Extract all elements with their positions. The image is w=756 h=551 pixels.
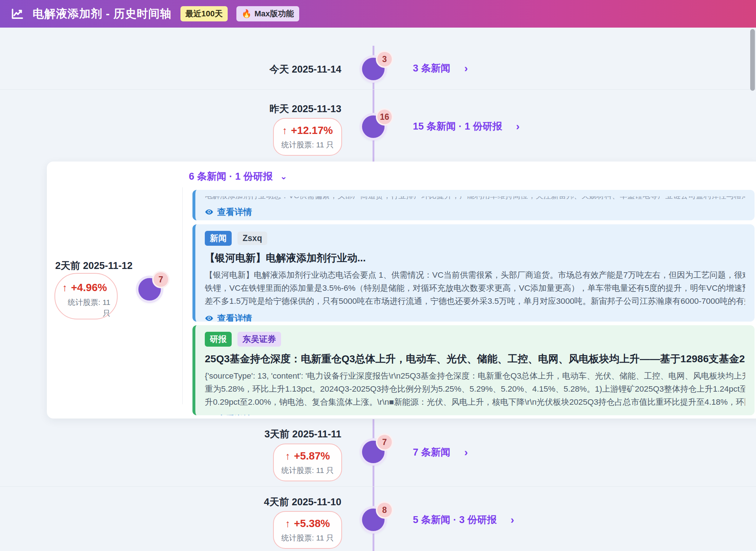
- entry-date-yesterday: 昨天 2025-11-13: [269, 102, 341, 115]
- summary-text: 3 条新闻: [413, 62, 451, 75]
- report-card[interactable]: 研报 东吴证券 25Q3基金持仓深度：电新重仓Q3总体上升，电动车、光伏、储能、…: [192, 325, 755, 415]
- max-feature-badge: 🔥 Max版功能: [236, 6, 299, 21]
- view-detail-label: 查看详情: [217, 413, 252, 415]
- entry-date-3days: 3天前 2025-11-11: [264, 428, 341, 441]
- change-value: ↑ +4.96%: [59, 282, 110, 294]
- timeline-line-lower: [373, 419, 374, 551]
- report-type-badge: 研报: [205, 332, 232, 347]
- summary-text: 7 条新闻: [413, 446, 451, 459]
- chevron-right-icon: ›: [464, 62, 468, 74]
- timeline-page: 电解液添加剂 - 历史时间轴 最近100天 🔥 Max版功能 今天 2025-1…: [0, 0, 756, 551]
- change-pill-2days: ↑ +4.96% 统计股票: 11 只: [54, 273, 118, 319]
- timeline-node-2days[interactable]: 7: [138, 278, 161, 301]
- max-feature-label: Max版功能: [255, 8, 294, 19]
- change-percent: +12.17%: [291, 125, 333, 136]
- node-count-badge: 7: [154, 272, 168, 287]
- range-badge: 最近100天: [180, 6, 228, 21]
- view-detail-link[interactable]: 查看详情: [205, 413, 745, 415]
- entry-summary-link-3days[interactable]: 7 条新闻 ›: [413, 446, 468, 459]
- body-line: 铁锂，VC在铁锂里面的添加量是3.5%-6%（特别是储能，对循环充放电次数要求更…: [205, 282, 745, 295]
- flame-icon: 🔥: [241, 9, 251, 19]
- news-card[interactable]: 新闻 Zsxq 【银河电新】电解液添加剂行业动... 【银河电新】电解液添加剂行…: [192, 224, 755, 322]
- news-type-badge: 新闻: [205, 231, 232, 246]
- body-line: {'sourceType': 13, 'content': '电力设备行业深度报…: [205, 370, 745, 383]
- change-value: ↑ +12.17%: [277, 125, 338, 136]
- stocks-count: 统计股票: 11 只: [59, 297, 110, 319]
- chevron-right-icon: ›: [516, 120, 520, 132]
- news-card-clipped[interactable]: 电解液添加剂行业动态：VC供需偏紧，头部厂商追货，行业排产环比提升，产能利用率维…: [192, 190, 755, 220]
- timeline-node-4days[interactable]: 8: [362, 509, 385, 531]
- change-value: ↑ +5.87%: [277, 450, 338, 462]
- stocks-count: 统计股票: 11 只: [277, 465, 338, 476]
- chevron-right-icon: ›: [511, 514, 514, 526]
- eye-icon: [205, 208, 214, 216]
- scrollbar-thumb[interactable]: [750, 29, 755, 91]
- chevron-down-icon: ⌄: [280, 171, 287, 181]
- stocks-count: 统计股票: 11 只: [277, 533, 338, 543]
- entry-summary-link-4days[interactable]: 5 条新闻 · 3 份研报 ›: [413, 513, 514, 526]
- clipped-text-line: 电解液添加剂行业动态：VC供需偏紧，头部厂商追货，行业排产环比提升，产能利用率维…: [205, 196, 745, 201]
- up-arrow-icon: ↑: [285, 518, 290, 530]
- source-tag: Zsxq: [237, 232, 267, 245]
- news-title[interactable]: 【银河电新】电解液添加剂行业动...: [205, 251, 745, 265]
- body-line: 【银河电新】电解液添加剂行业动态电话会要点 1、供需情况：VC当前供需很紧，头部…: [205, 269, 745, 282]
- report-title[interactable]: 25Q3基金持仓深度：电新重仓Q3总体上升，电动车、光伏、储能、工控、电网、风电…: [205, 352, 745, 366]
- timeline-node-3days[interactable]: 7: [362, 441, 385, 463]
- chevron-right-icon: ›: [464, 446, 468, 458]
- row-divider: [0, 486, 756, 487]
- timeline-node-yesterday[interactable]: 16: [362, 115, 385, 138]
- timeline-node-today[interactable]: 3: [362, 58, 385, 80]
- card-badges: 研报 东吴证券: [205, 332, 745, 347]
- summary-text: 15 条新闻 · 1 份研报: [413, 120, 502, 133]
- app-header: 电解液添加剂 - 历史时间轴 最近100天 🔥 Max版功能: [0, 0, 756, 28]
- change-value: ↑ +5.38%: [277, 518, 338, 530]
- report-body: {'sourceType': 13, 'content': '电力设备行业深度报…: [205, 370, 745, 409]
- entry-summary-link-today[interactable]: 3 条新闻 ›: [413, 62, 468, 75]
- change-percent: +4.96%: [71, 282, 107, 294]
- change-pill-4days: ↑ +5.38% 统计股票: 11 只: [273, 511, 342, 549]
- up-arrow-icon: ↑: [285, 450, 290, 462]
- trend-chart-icon: [11, 7, 24, 20]
- body-line: 差不多1.5万吨是给宁德保供的，只有5000吨在市场进行流通，宁德也还要外采3.…: [205, 295, 745, 308]
- cards-left-divider: [182, 187, 183, 404]
- eye-icon: [205, 415, 214, 415]
- entry-date-4days: 4天前 2025-11-10: [264, 495, 341, 509]
- body-line: 重为5.28%，环比上升1.13pct。2024Q3-2025Q3持仓比例分别为…: [205, 383, 745, 396]
- view-detail-label: 查看详情: [217, 313, 252, 322]
- body-line: 升0.29pct至2.00%，钠电池、复合集流体上涨。\r\n■新能源：光伏、风…: [205, 396, 745, 409]
- expanded-summary-text: 6 条新闻 · 1 份研报: [189, 170, 273, 183]
- node-count-badge: 16: [377, 110, 392, 124]
- expanded-summary-toggle[interactable]: 6 条新闻 · 1 份研报 ⌄: [189, 170, 287, 183]
- change-percent: +5.38%: [294, 518, 330, 530]
- node-count-badge: 3: [377, 52, 392, 66]
- view-detail-link[interactable]: 查看详情: [205, 206, 745, 218]
- up-arrow-icon: ↑: [62, 282, 67, 294]
- entry-date-today: 今天 2025-11-14: [269, 63, 341, 76]
- change-percent: +5.87%: [294, 450, 330, 462]
- source-tag: 东吴证券: [237, 332, 281, 347]
- change-pill-yesterday: ↑ +12.17% 统计股票: 11 只: [273, 118, 342, 156]
- change-pill-3days: ↑ +5.87% 统计股票: 11 只: [273, 444, 342, 481]
- up-arrow-icon: ↑: [282, 125, 287, 136]
- node-count-badge: 7: [377, 435, 392, 449]
- news-body: 【银河电新】电解液添加剂行业动态电话会要点 1、供需情况：VC当前供需很紧，头部…: [205, 269, 745, 308]
- card-badges: 新闻 Zsxq: [205, 231, 745, 246]
- view-detail-link[interactable]: 查看详情: [205, 313, 745, 322]
- eye-icon: [205, 314, 214, 322]
- page-title: 电解液添加剂 - 历史时间轴: [33, 6, 172, 21]
- stocks-count: 统计股票: 11 只: [277, 140, 338, 150]
- view-detail-label: 查看详情: [217, 206, 252, 218]
- entry-date-2days: 2天前 2025-11-12: [55, 259, 133, 272]
- row-divider: [0, 89, 756, 90]
- entry-summary-link-yesterday[interactable]: 15 条新闻 · 1 份研报 ›: [413, 120, 520, 133]
- summary-text: 5 条新闻 · 3 份研报: [413, 513, 497, 526]
- node-count-badge: 8: [377, 503, 392, 517]
